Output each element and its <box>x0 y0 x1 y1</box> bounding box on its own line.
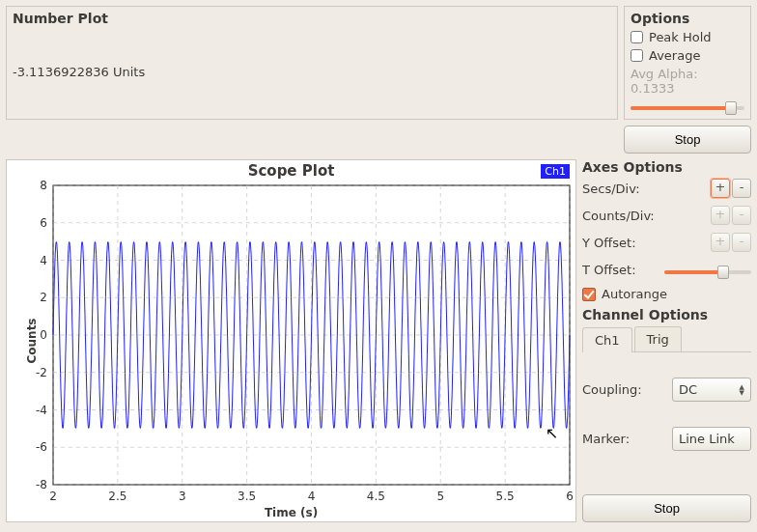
svg-text:-8: -8 <box>36 478 47 491</box>
average-label: Average <box>649 48 700 63</box>
peak-hold-checkbox[interactable] <box>631 31 643 43</box>
svg-text:4: 4 <box>308 490 316 503</box>
x-axis-label: Time (s) <box>265 506 318 519</box>
average-checkbox[interactable] <box>631 49 643 62</box>
svg-text:2: 2 <box>40 291 47 304</box>
svg-text:5: 5 <box>436 490 444 503</box>
right-column: Axes Options Secs/Div: + - Counts/Div: +… <box>582 159 751 522</box>
autorange-row[interactable]: Autorange <box>582 287 751 301</box>
y-offset-label: Y Offset: <box>582 236 636 250</box>
number-plot-title: Number Plot <box>13 11 611 26</box>
svg-text:5.5: 5.5 <box>496 490 515 503</box>
stop-button-top[interactable]: Stop <box>624 126 751 154</box>
svg-text:-2: -2 <box>36 366 47 379</box>
marker-label: Marker: <box>582 432 630 446</box>
svg-text:6: 6 <box>566 490 574 503</box>
secs-div-minus[interactable]: - <box>732 179 751 198</box>
svg-text:-6: -6 <box>36 440 47 454</box>
coupling-label: Coupling: <box>582 382 642 397</box>
avg-alpha-label: Avg Alpha: 0.1333 <box>631 67 744 96</box>
svg-text:3: 3 <box>179 490 186 503</box>
marker-dropdown[interactable]: Line Link <box>672 427 751 451</box>
t-offset-label: T Offset: <box>582 263 636 277</box>
axes-options-title: Axes Options <box>582 159 751 175</box>
marker-value: Line Link <box>679 432 735 446</box>
y-axis-label: Counts <box>25 318 39 363</box>
svg-text:4: 4 <box>40 254 47 267</box>
counts-div-minus[interactable]: - <box>732 206 751 225</box>
svg-text:3.5: 3.5 <box>238 490 256 503</box>
channel-tabs: Ch1 Trig <box>582 326 751 352</box>
channel-options-title: Channel Options <box>582 307 751 322</box>
svg-text:0: 0 <box>40 328 47 342</box>
options-title: Options <box>631 11 744 26</box>
svg-text:2.5: 2.5 <box>108 490 126 503</box>
avg-alpha-slider[interactable] <box>631 101 744 115</box>
t-offset-slider[interactable] <box>664 266 751 279</box>
svg-text:2: 2 <box>49 490 57 503</box>
y-offset-minus[interactable]: - <box>732 233 751 252</box>
counts-div-plus[interactable]: + <box>711 206 730 225</box>
peak-hold-row[interactable]: Peak Hold <box>631 30 744 44</box>
number-plot-value: -3.1136922836 Units <box>13 65 611 79</box>
svg-text:6: 6 <box>40 216 47 230</box>
y-offset-plus[interactable]: + <box>711 233 730 252</box>
svg-text:8: 8 <box>40 179 47 192</box>
number-plot-pane: Number Plot -3.1136922836 Units <box>6 6 618 120</box>
autorange-checkbox[interactable] <box>582 288 596 301</box>
updown-icon: ▲▼ <box>740 384 744 396</box>
options-pane: Options Peak Hold Average Avg Alpha: 0.1… <box>624 6 751 120</box>
secs-div-label: Secs/Div: <box>582 182 640 196</box>
stop-button-bottom[interactable]: Stop <box>582 494 751 522</box>
counts-div-label: Counts/Div: <box>582 209 655 223</box>
scope-chart: 22.533.544.555.56-8-6-4-202468 <box>7 160 581 523</box>
coupling-dropdown[interactable]: DC ▲▼ <box>672 378 751 402</box>
coupling-value: DC <box>679 382 697 397</box>
svg-text:-4: -4 <box>36 404 47 417</box>
tab-ch1[interactable]: Ch1 <box>582 327 632 352</box>
scope-plot-pane: Scope Plot Ch1 22.533.544.555.56-8-6-4-2… <box>6 159 576 522</box>
autorange-label: Autorange <box>602 287 667 301</box>
secs-div-plus[interactable]: + <box>711 179 730 198</box>
average-row[interactable]: Average <box>631 48 744 63</box>
svg-text:4.5: 4.5 <box>367 490 385 503</box>
peak-hold-label: Peak Hold <box>649 30 712 44</box>
tab-trig[interactable]: Trig <box>634 326 682 351</box>
